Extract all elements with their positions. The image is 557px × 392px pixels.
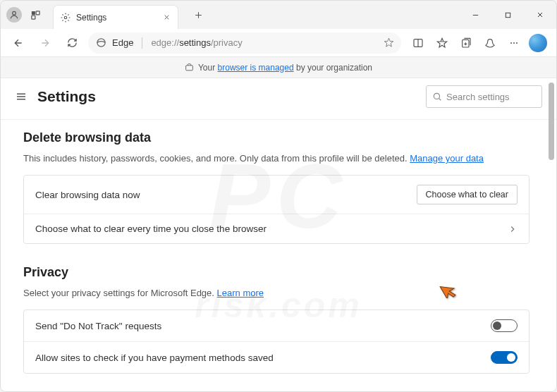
favorites-icon[interactable]: [431, 32, 453, 54]
url-scheme-label: Edge: [112, 37, 133, 48]
privacy-section: Privacy Select your privacy settings for…: [23, 265, 530, 374]
row-label: Send "Do Not Track" requests: [35, 321, 491, 331]
delete-browsing-data-section: Delete browsing data This includes histo…: [23, 130, 530, 244]
refresh-button[interactable]: [61, 32, 82, 54]
window-titlebar: Settings: [1, 1, 556, 29]
svg-point-11: [516, 42, 518, 44]
section-title: Delete browsing data: [23, 130, 530, 145]
extensions-icon[interactable]: [479, 32, 501, 54]
clear-on-close-row[interactable]: Choose what to clear every time you clos…: [24, 214, 529, 243]
clear-now-row: Clear browsing data now Choose what to c…: [24, 176, 529, 214]
svg-rect-5: [506, 13, 510, 17]
svg-rect-2: [36, 11, 39, 14]
search-icon: [432, 92, 442, 102]
manage-your-data-link[interactable]: Manage your data: [410, 153, 484, 164]
close-icon[interactable]: [163, 13, 171, 21]
payment-methods-toggle[interactable]: [491, 351, 518, 364]
url-right-icons: [384, 37, 394, 48]
search-input[interactable]: Search settings: [426, 85, 542, 108]
learn-more-link[interactable]: Learn more: [217, 288, 264, 298]
settings-topbar: Settings Search settings: [1, 78, 556, 120]
svg-point-9: [510, 42, 512, 44]
svg-point-10: [513, 42, 515, 44]
new-tab-button[interactable]: [188, 5, 208, 25]
svg-point-13: [434, 93, 439, 99]
settings-scroll-area: Delete browsing data This includes histo…: [1, 118, 546, 391]
url-field[interactable]: Edge edge://settings/privacy: [88, 32, 401, 54]
collections-icon[interactable]: [455, 32, 477, 54]
window-controls: [459, 1, 556, 29]
address-bar: Edge edge://settings/privacy: [1, 29, 556, 57]
managed-text: Your browser is managed by your organiza…: [198, 63, 372, 73]
split-screen-icon[interactable]: [407, 32, 429, 54]
managed-banner: Your browser is managed by your organiza…: [1, 57, 556, 78]
copilot-icon[interactable]: [527, 32, 549, 54]
svg-point-0: [13, 11, 16, 15]
hamburger-icon[interactable]: [15, 90, 27, 103]
briefcase-icon: [185, 63, 194, 72]
section-subtitle: Select your privacy settings for Microso…: [23, 287, 530, 300]
maximize-button[interactable]: [491, 1, 524, 29]
row-label: Clear browsing data now: [35, 190, 417, 200]
profile-icon[interactable]: [6, 7, 22, 23]
close-window-button[interactable]: [524, 1, 556, 29]
star-icon[interactable]: [384, 37, 394, 48]
browser-tab[interactable]: Settings: [53, 5, 178, 29]
chevron-right-icon: [508, 224, 518, 234]
row-label: Choose what to clear every time you clos…: [35, 223, 508, 234]
managed-link[interactable]: browser is managed: [218, 63, 294, 73]
settings-content: Settings Search settings Delete browsing…: [1, 78, 556, 391]
privacy-card: Send "Do Not Track" requests Allow sites…: [23, 310, 530, 374]
svg-point-4: [64, 16, 67, 19]
edge-logo-icon: [95, 37, 106, 49]
page-title: Settings: [37, 88, 416, 105]
workspaces-icon[interactable]: [27, 7, 43, 23]
do-not-track-toggle[interactable]: [491, 319, 518, 332]
toolbar-icons: [407, 32, 549, 54]
delete-data-card: Clear browsing data now Choose what to c…: [23, 175, 530, 244]
do-not-track-row: Send "Do Not Track" requests: [24, 310, 529, 341]
svg-rect-3: [31, 16, 35, 19]
svg-rect-1: [31, 11, 35, 14]
gear-icon: [61, 13, 71, 23]
payment-methods-row: Allow sites to check if you have payment…: [24, 341, 529, 373]
choose-what-to-clear-button[interactable]: Choose what to clear: [417, 185, 518, 204]
more-icon[interactable]: [503, 32, 525, 54]
back-button[interactable]: [8, 32, 29, 54]
search-placeholder: Search settings: [446, 92, 510, 102]
minimize-button[interactable]: [459, 1, 491, 29]
titlebar-left: Settings: [1, 1, 208, 29]
url-text: edge://settings/privacy: [151, 37, 242, 48]
forward-button[interactable]: [35, 32, 56, 54]
section-subtitle: This includes history, passwords, cookie…: [23, 152, 530, 165]
url-separator: [142, 37, 142, 49]
svg-rect-12: [186, 66, 193, 71]
svg-point-6: [97, 39, 104, 47]
row-label: Allow sites to check if you have payment…: [35, 353, 491, 363]
section-title: Privacy: [23, 265, 530, 280]
scrollbar-thumb[interactable]: [549, 82, 554, 160]
tab-title: Settings: [76, 13, 157, 23]
